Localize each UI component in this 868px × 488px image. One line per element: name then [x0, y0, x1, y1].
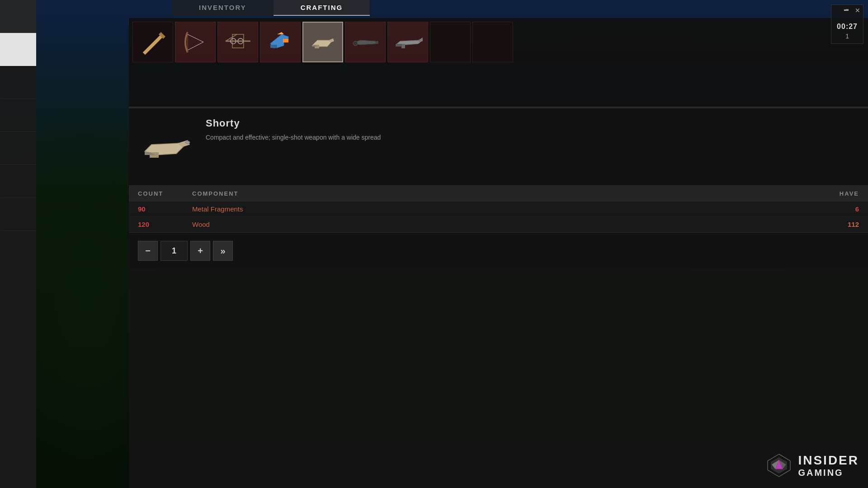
- item-slot-rifle[interactable]: [387, 22, 428, 62]
- tab-bar: INVENTORY CRAFTING: [172, 0, 370, 16]
- timer-close-button[interactable]: ✕: [855, 7, 860, 14]
- req-component-0: Metal Fragments: [192, 205, 805, 213]
- req-row-1: 120 Wood 112: [129, 217, 868, 232]
- tab-crafting[interactable]: CRAFTING: [274, 0, 370, 16]
- sidebar-item-medicine[interactable]: MEDICINE: [0, 132, 36, 165]
- item-detail-image: [138, 117, 197, 176]
- items-grid: [129, 18, 868, 62]
- skip-button[interactable]: »: [213, 241, 233, 261]
- craft-controls: − 1 + »: [129, 232, 868, 269]
- item-slot-pistol[interactable]: [260, 22, 301, 62]
- svg-rect-29: [401, 44, 405, 48]
- increment-button[interactable]: +: [190, 241, 210, 261]
- item-description: Compact and effective; single-shot weapo…: [206, 133, 381, 142]
- req-count-1: 120: [138, 221, 192, 228]
- item-slot-empty-1[interactable]: [430, 22, 471, 62]
- timer-count: 1: [845, 33, 849, 40]
- svg-rect-35: [846, 9, 849, 10]
- svg-line-20: [188, 42, 203, 50]
- decrement-button[interactable]: −: [138, 241, 158, 261]
- item-slot-bat[interactable]: [132, 22, 173, 62]
- svg-rect-25: [270, 45, 277, 48]
- quantity-display: 1: [160, 241, 188, 261]
- req-header-row: COUNT COMPONENT HAVE: [129, 186, 868, 202]
- svg-point-27: [353, 41, 358, 46]
- item-detail-text: Shorty Compact and effective; single-sho…: [206, 117, 381, 142]
- item-slot-empty-2[interactable]: [472, 22, 513, 62]
- timer-icon: [842, 9, 852, 21]
- watermark: INSIDER GAMING: [765, 452, 859, 479]
- main-ui: INVENTORY CRAFTING: [93, 0, 868, 488]
- sidebar-item-common[interactable]: COMMON: [0, 0, 36, 33]
- sidebar-item-weapons[interactable]: WEAPONS: [0, 33, 36, 66]
- item-name: Shorty: [206, 117, 381, 129]
- item-slot-attachment[interactable]: [345, 22, 386, 62]
- svg-line-21: [226, 34, 237, 41]
- svg-rect-28: [376, 41, 378, 44]
- watermark-insider: INSIDER: [798, 453, 859, 468]
- req-header-count: COUNT: [138, 190, 192, 197]
- watermark-logo-icon: [765, 452, 793, 479]
- tab-inventory[interactable]: INVENTORY: [172, 0, 274, 16]
- svg-point-32: [185, 141, 190, 144]
- sidebar-item-tools[interactable]: TOOLS: [0, 198, 36, 231]
- timer-time: 00:27: [837, 23, 858, 31]
- item-slot-crossbow[interactable]: [217, 22, 258, 62]
- req-have-0: 6: [805, 205, 859, 213]
- sidebar-item-nest[interactable]: NEST: [0, 165, 36, 198]
- sidebar: COMMON WEAPONS AMMO CLOTHES: [0, 0, 36, 488]
- item-slot-shorty[interactable]: [302, 22, 343, 62]
- svg-line-19: [188, 34, 203, 42]
- req-header-have: HAVE: [805, 190, 859, 197]
- req-have-1: 112: [805, 221, 859, 228]
- item-slot-bow[interactable]: [175, 22, 216, 62]
- sidebar-item-clothes[interactable]: CLOTHES: [0, 99, 36, 132]
- svg-rect-24: [283, 39, 288, 42]
- item-detail: Shorty Compact and effective; single-sho…: [129, 108, 868, 185]
- crafting-panel: Shorty Compact and effective; single-sho…: [129, 18, 868, 488]
- svg-rect-30: [396, 44, 402, 47]
- req-row-0: 90 Metal Fragments 6: [129, 202, 868, 217]
- watermark-text: INSIDER GAMING: [798, 453, 859, 478]
- req-component-1: Wood: [192, 221, 805, 228]
- requirements-table: COUNT COMPONENT HAVE 90 Metal Fragments …: [129, 185, 868, 232]
- req-count-0: 90: [138, 205, 192, 213]
- req-header-component: COMPONENT: [192, 190, 805, 197]
- items-grid-row2: [129, 62, 868, 107]
- timer-box: ✕ 00:27 1: [831, 5, 863, 44]
- watermark-gaming: GAMING: [798, 468, 859, 478]
- sidebar-item-ammo[interactable]: AMMO: [0, 66, 36, 99]
